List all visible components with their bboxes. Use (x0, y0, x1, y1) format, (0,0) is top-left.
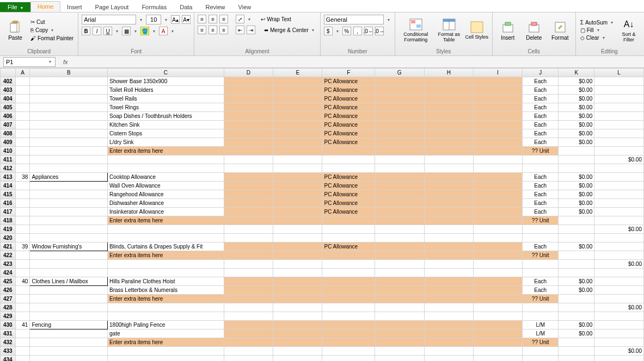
cell[interactable] (594, 121, 644, 129)
cell[interactable] (424, 338, 473, 347)
unit[interactable]: ?? Unit (522, 216, 559, 225)
cell[interactable] (224, 312, 273, 321)
row-header[interactable]: 418 (1, 216, 16, 225)
cell[interactable] (273, 234, 322, 242)
item-desc[interactable]: Enter extra items here (108, 338, 224, 347)
section-title[interactable] (30, 338, 108, 347)
cell[interactable] (375, 129, 424, 138)
col-header-F[interactable]: F (322, 69, 375, 77)
cell[interactable] (559, 312, 594, 321)
cell[interactable] (273, 121, 322, 129)
cell[interactable] (30, 260, 108, 269)
cell[interactable]: $0.00 (594, 303, 644, 312)
cell[interactable] (224, 321, 273, 329)
unit[interactable]: Each (522, 129, 559, 138)
section-num[interactable] (15, 216, 30, 225)
cell[interactable] (473, 277, 522, 286)
cell[interactable] (273, 182, 322, 190)
cell[interactable] (424, 164, 473, 173)
col-header-A[interactable]: A (15, 69, 30, 77)
cell[interactable] (473, 234, 522, 242)
font-size-dropdown[interactable]: ▾ (163, 17, 169, 22)
cut-button[interactable]: ✂Cut (29, 18, 75, 26)
cell[interactable] (473, 347, 522, 356)
col-header-E[interactable]: E (273, 69, 322, 77)
cell[interactable] (594, 164, 644, 173)
cell[interactable] (273, 155, 322, 164)
cell[interactable] (594, 112, 644, 121)
allowance[interactable]: PC Allowance (322, 129, 375, 138)
row-header[interactable]: 404 (1, 95, 16, 103)
item-desc[interactable]: Insinkerator Allowance (108, 208, 224, 216)
item-desc[interactable]: Hills Paraline Clothes Hoist (108, 277, 224, 286)
clear-button[interactable]: ◇Clear▾ (579, 34, 616, 41)
col-header-D[interactable]: D (224, 69, 273, 77)
paste-button[interactable]: Paste (3, 15, 27, 45)
cell[interactable] (375, 86, 424, 95)
item-desc[interactable]: Soap Dishes / Toothbrush Holders (108, 112, 224, 121)
allowance[interactable]: PC Allowance (322, 138, 375, 147)
amount[interactable] (559, 147, 594, 155)
section-title[interactable]: Window Furnishing's (30, 242, 108, 251)
section-num[interactable] (15, 199, 30, 208)
cell[interactable] (473, 321, 522, 329)
allowance[interactable]: PC Allowance (322, 112, 375, 121)
row-header[interactable]: 413 (1, 173, 16, 182)
cell[interactable] (224, 251, 273, 260)
cell[interactable] (224, 356, 273, 362)
cell[interactable] (375, 312, 424, 321)
tab-view[interactable]: View (232, 2, 258, 12)
cell[interactable] (224, 129, 273, 138)
row-header[interactable]: 412 (1, 164, 16, 173)
allowance[interactable]: PC Allowance (322, 173, 375, 182)
unit[interactable]: Each (522, 199, 559, 208)
cell[interactable] (594, 356, 644, 362)
cell[interactable] (473, 164, 522, 173)
cell[interactable] (224, 242, 273, 251)
section-num[interactable] (15, 121, 30, 129)
file-tab[interactable]: File (0, 2, 30, 12)
cell[interactable] (273, 129, 322, 138)
amount[interactable]: $0.00 (559, 321, 594, 329)
number-format-dropdown[interactable]: ▾ (386, 17, 391, 22)
cell[interactable] (594, 86, 644, 95)
format-as-table-button[interactable]: Format as Table (436, 15, 463, 45)
cell[interactable] (473, 208, 522, 216)
cell[interactable] (424, 356, 473, 362)
cell[interactable] (322, 260, 375, 269)
cell[interactable] (224, 225, 273, 234)
section-title[interactable] (30, 216, 108, 225)
amount[interactable]: $0.00 (559, 208, 594, 216)
cell[interactable] (424, 77, 473, 86)
section-title[interactable] (30, 77, 108, 86)
section-title[interactable] (30, 329, 108, 338)
cell[interactable] (473, 338, 522, 347)
cell[interactable] (375, 303, 424, 312)
cell[interactable] (108, 164, 224, 173)
autosum-button[interactable]: ΣAutoSum▾ (579, 19, 616, 26)
cell[interactable] (224, 173, 273, 182)
amount[interactable]: $0.00 (559, 77, 594, 86)
cell[interactable] (224, 147, 273, 155)
cell[interactable] (473, 182, 522, 190)
cell[interactable] (224, 234, 273, 242)
row-header[interactable]: 424 (1, 269, 16, 277)
tab-data[interactable]: Data (173, 2, 199, 12)
allowance[interactable]: PC Allowance (322, 95, 375, 103)
cell[interactable] (594, 216, 644, 225)
amount[interactable]: $0.00 (559, 242, 594, 251)
number-format-select[interactable] (324, 15, 384, 24)
allowance[interactable]: PC Allowance (322, 182, 375, 190)
item-desc[interactable]: Rangehood Allowance (108, 190, 224, 199)
cell[interactable] (473, 329, 522, 338)
section-title[interactable] (30, 112, 108, 121)
align-left-button[interactable]: ≡ (198, 26, 206, 34)
cell[interactable] (224, 103, 273, 112)
currency-button[interactable]: $ (324, 27, 333, 35)
item-desc[interactable]: Toilet Roll Holders (108, 86, 224, 95)
cell[interactable] (594, 269, 644, 277)
orientation-button[interactable]: ⤢ (236, 15, 244, 23)
allowance[interactable]: PC Allowance (322, 121, 375, 129)
indent-dec-button[interactable]: ⇤ (236, 26, 244, 34)
row-header[interactable]: 429 (1, 312, 16, 321)
